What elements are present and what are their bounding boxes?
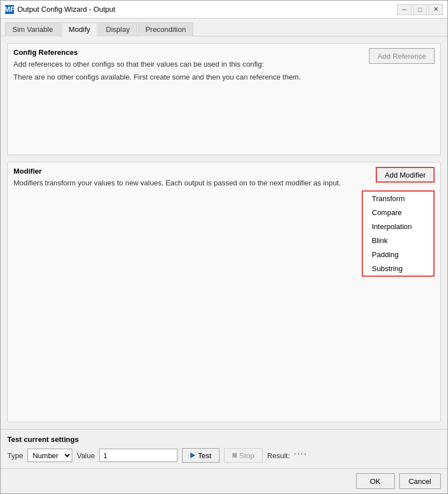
- add-reference-button[interactable]: Add Reference: [369, 48, 435, 64]
- value-label: Value: [77, 451, 95, 460]
- dropdown-item-compare[interactable]: Compare: [363, 206, 433, 220]
- stop-button-label: Stop: [239, 451, 254, 460]
- config-references-note: There are no other configs available. Fi…: [13, 73, 435, 81]
- modifier-dropdown-menu: Transform Compare Interpolation Blink Pa…: [362, 190, 435, 277]
- maximize-button[interactable]: □: [413, 4, 427, 15]
- title-bar-left: MF Output Config Wizard - Output: [5, 5, 115, 14]
- test-button-label: Test: [198, 451, 211, 460]
- stop-icon: [232, 453, 237, 458]
- cancel-button[interactable]: Cancel: [399, 473, 441, 489]
- tab-sim-variable[interactable]: Sim Variable: [5, 22, 60, 36]
- dropdown-item-transform[interactable]: Transform: [363, 192, 433, 206]
- window-controls: ─ □ ✕: [397, 4, 443, 15]
- config-references-header: Config References Add references to othe…: [13, 48, 435, 73]
- test-section-title: Test current settings: [7, 435, 441, 444]
- title-bar: MF Output Config Wizard - Output ─ □ ✕: [1, 1, 447, 18]
- modifier-description: Modifiers transform your values to new v…: [13, 179, 376, 187]
- type-select[interactable]: Number String Boolean: [27, 449, 72, 462]
- app-icon: MF: [5, 5, 14, 14]
- config-references-section: Config References Add references to othe…: [7, 43, 441, 155]
- close-button[interactable]: ✕: [428, 4, 443, 15]
- modifier-section: Modifier Modifiers transform your values…: [7, 162, 441, 422]
- test-button[interactable]: Test: [182, 448, 220, 463]
- add-modifier-button[interactable]: Add Modifier: [376, 167, 435, 183]
- modifier-header: Modifier Modifiers transform your values…: [13, 167, 435, 192]
- dropdown-item-blink[interactable]: Blink: [363, 234, 433, 248]
- result-label: Result:: [267, 451, 290, 460]
- window-title: Output Config Wizard - Output: [17, 5, 115, 13]
- tab-bar: Sim Variable Modify Display Precondition: [1, 18, 447, 36]
- modifier-title: Modifier: [13, 167, 376, 175]
- result-value: ' ' ' ': [295, 451, 306, 460]
- config-references-text: Config References Add references to othe…: [13, 48, 369, 73]
- test-section: Test current settings Type Number String…: [1, 429, 447, 468]
- modifier-text: Modifier Modifiers transform your values…: [13, 167, 376, 192]
- ok-button[interactable]: OK: [356, 473, 395, 489]
- tab-precondition[interactable]: Precondition: [138, 22, 193, 36]
- stop-button[interactable]: Stop: [224, 448, 263, 463]
- dropdown-item-interpolation[interactable]: Interpolation: [363, 220, 433, 234]
- value-input[interactable]: [99, 449, 178, 462]
- config-references-description: Add references to other configs so that …: [13, 60, 369, 68]
- play-icon: [190, 453, 195, 458]
- type-label: Type: [7, 451, 23, 460]
- test-row: Type Number String Boolean Value Test St…: [7, 448, 441, 463]
- main-content: Config References Add references to othe…: [1, 36, 447, 429]
- tab-display[interactable]: Display: [99, 22, 137, 36]
- footer-buttons: OK Cancel: [1, 468, 447, 493]
- dropdown-item-padding[interactable]: Padding: [363, 248, 433, 262]
- main-window: MF Output Config Wizard - Output ─ □ ✕ S…: [0, 0, 448, 494]
- minimize-button[interactable]: ─: [397, 4, 412, 15]
- config-references-title: Config References: [13, 48, 369, 57]
- tab-modify[interactable]: Modify: [62, 22, 97, 36]
- dropdown-item-substring[interactable]: Substring: [363, 262, 433, 276]
